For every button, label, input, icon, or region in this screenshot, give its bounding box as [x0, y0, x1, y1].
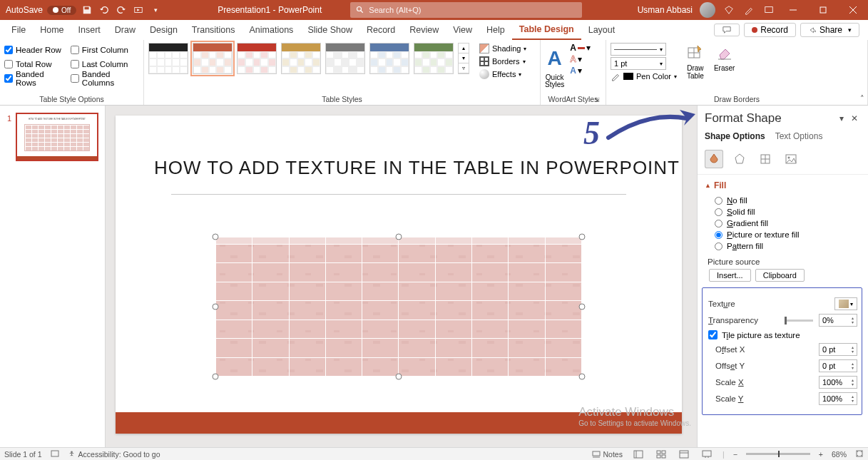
tab-insert[interactable]: Insert — [71, 20, 108, 40]
collapse-ribbon-icon[interactable]: ˄ — [860, 94, 864, 103]
wordart-dialog-launcher[interactable]: ⇲ — [594, 96, 600, 103]
table-styles-scroll[interactable]: ▴▾▿ — [458, 43, 469, 74]
tab-animations[interactable]: Animations — [242, 20, 301, 40]
zoom-slider[interactable] — [746, 453, 810, 455]
zoom-out-button[interactable]: − — [733, 450, 737, 459]
pen-color-button[interactable]: Pen Color ▾ — [611, 71, 677, 81]
zoom-level[interactable]: 68% — [832, 450, 847, 459]
shape-options-tab[interactable]: Shape Options — [705, 131, 765, 141]
zoom-in-button[interactable]: + — [819, 450, 823, 459]
maximize-button[interactable] — [808, 0, 838, 20]
borders-button[interactable]: Borders ▾ — [478, 56, 528, 67]
effects-button[interactable]: Effects ▾ — [478, 68, 528, 80]
insert-picture-button[interactable]: Insert... — [709, 269, 751, 282]
reading-view-icon[interactable] — [677, 449, 691, 459]
tab-table-design[interactable]: Table Design — [512, 20, 581, 40]
notes-button[interactable]: Notes — [592, 450, 623, 459]
check-header-row[interactable]: Header Row — [4, 43, 62, 57]
fill-line-icon[interactable] — [705, 150, 723, 168]
tab-draw[interactable]: Draw — [108, 20, 143, 40]
check-first-column[interactable]: First Column — [71, 43, 139, 57]
pane-dropdown-icon[interactable]: ▾ — [835, 112, 848, 125]
slide-counter[interactable]: Slide 1 of 1 — [4, 450, 42, 459]
tab-transitions[interactable]: Transitions — [185, 20, 242, 40]
clipboard-button[interactable]: Clipboard — [755, 269, 805, 282]
resize-handle[interactable] — [213, 304, 219, 310]
radio-picture-fill[interactable]: Picture or texture fill — [705, 229, 862, 240]
radio-pattern-fill[interactable]: Pattern fill — [705, 240, 862, 252]
slide-thumbnail-1[interactable]: 1 HOW TO ADD TEXTURE IN THE TABLE IN POW… — [16, 113, 98, 161]
table-style-thumb[interactable] — [281, 43, 321, 74]
scale-y-input[interactable]: 100%▴▾ — [819, 392, 857, 405]
selected-table[interactable] — [215, 237, 582, 377]
undo-icon[interactable] — [98, 4, 111, 16]
fit-to-window-icon[interactable] — [855, 449, 864, 459]
tab-file[interactable]: File — [4, 20, 33, 40]
pen-mode-icon[interactable] — [742, 4, 755, 16]
check-last-column[interactable]: Last Column — [71, 57, 139, 71]
radio-no-fill[interactable]: No fill — [705, 195, 862, 206]
diamond-icon[interactable] — [723, 4, 735, 16]
accessibility-status[interactable]: Accessibility: Good to go — [68, 450, 160, 459]
picture-icon[interactable] — [782, 150, 800, 168]
transparency-slider[interactable] — [785, 320, 813, 322]
tab-slideshow[interactable]: Slide Show — [300, 20, 359, 40]
resize-handle[interactable] — [213, 374, 219, 380]
save-icon[interactable] — [81, 4, 93, 16]
resize-handle[interactable] — [579, 374, 586, 380]
slide-title[interactable]: HOW TO ADD TEXTURE IN THE TABLE IN POWER… — [154, 157, 680, 179]
resize-handle[interactable] — [579, 234, 586, 240]
table-style-thumb[interactable] — [325, 43, 365, 74]
pane-close-icon[interactable]: ✕ — [848, 112, 861, 125]
minimize-button[interactable] — [778, 0, 808, 20]
slide-canvas-area[interactable]: HOW TO ADD TEXTURE IN THE TABLE IN POWER… — [106, 106, 697, 447]
check-banded-columns[interactable]: Banded Columns — [71, 71, 139, 86]
resize-handle[interactable] — [213, 234, 219, 240]
transparency-input[interactable]: 0%▴▾ — [819, 314, 857, 327]
table-style-thumb[interactable] — [414, 43, 454, 74]
user-avatar[interactable] — [700, 2, 715, 18]
eraser-button[interactable]: Eraser — [714, 43, 735, 72]
text-fill-button[interactable]: A▾ — [570, 43, 591, 53]
autosave-toggle[interactable]: Off — [47, 6, 76, 15]
comments-button[interactable] — [714, 24, 740, 36]
radio-solid-fill[interactable]: Solid fill — [705, 206, 862, 218]
table-style-thumb[interactable] — [237, 43, 277, 74]
app-window-icon[interactable] — [762, 4, 775, 16]
text-effects-button[interactable]: A▾ — [570, 66, 591, 76]
redo-icon[interactable] — [115, 4, 128, 16]
pen-weight-dropdown[interactable]: 1 pt▾ — [611, 57, 666, 70]
offset-y-input[interactable]: 0 pt▴▾ — [819, 359, 857, 372]
tab-layout[interactable]: Layout — [581, 20, 623, 40]
slide[interactable]: HOW TO ADD TEXTURE IN THE TABLE IN POWER… — [116, 116, 682, 434]
share-button[interactable]: Share — [800, 23, 859, 37]
size-properties-icon[interactable] — [756, 150, 775, 168]
tab-help[interactable]: Help — [479, 20, 512, 40]
resize-handle[interactable] — [579, 304, 586, 310]
quick-styles-button[interactable]: A Quick Styles — [545, 43, 564, 88]
texture-dropdown[interactable]: ▾ — [834, 297, 857, 310]
radio-gradient-fill[interactable]: Gradient fill — [705, 218, 862, 229]
search-box[interactable] — [350, 2, 582, 18]
text-outline-button[interactable]: A▾ — [570, 54, 591, 64]
offset-x-input[interactable]: 0 pt▴▾ — [819, 343, 857, 356]
section-indicator-icon[interactable] — [51, 449, 59, 459]
table-style-thumb[interactable] — [148, 43, 188, 74]
resize-handle[interactable] — [396, 234, 402, 240]
normal-view-icon[interactable] — [631, 449, 645, 459]
check-banded-rows[interactable]: Banded Rows — [4, 71, 62, 86]
table-style-thumb-selected[interactable] — [193, 43, 233, 74]
tile-as-texture-checkbox[interactable]: Tile picture as texture — [708, 330, 857, 339]
scale-x-input[interactable]: 100%▴▾ — [819, 376, 857, 389]
tab-review[interactable]: Review — [402, 20, 446, 40]
table-style-thumb[interactable] — [369, 43, 409, 74]
close-button[interactable] — [838, 0, 868, 20]
search-input[interactable] — [369, 6, 576, 14]
user-name[interactable]: Usman Abbasi — [638, 5, 693, 15]
start-from-beginning-icon[interactable] — [132, 4, 145, 16]
fill-section-header[interactable]: ▲Fill — [705, 180, 862, 190]
text-options-tab[interactable]: Text Options — [775, 131, 823, 141]
tab-record[interactable]: Record — [359, 20, 402, 40]
check-total-row[interactable]: Total Row — [4, 57, 62, 71]
resize-handle[interactable] — [396, 374, 402, 380]
